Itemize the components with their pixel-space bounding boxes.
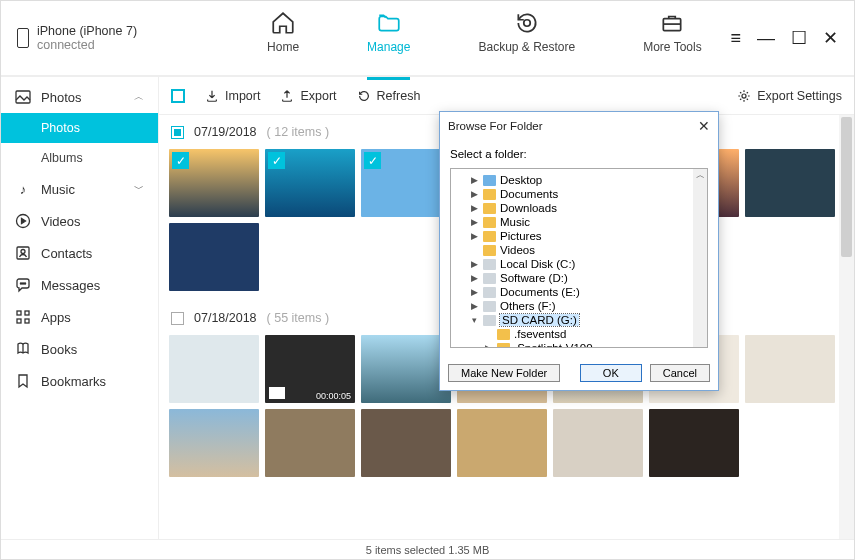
sidebar-item-videos[interactable]: Videos: [1, 205, 158, 237]
photo-thumbnail[interactable]: [169, 223, 259, 291]
svg-rect-12: [25, 319, 29, 323]
group-date: 07/18/2018: [194, 311, 257, 325]
tree-item[interactable]: ▶Software (D:): [455, 271, 703, 285]
sidebar-sub-photos[interactable]: Photos: [1, 113, 158, 143]
nav-backup-label: Backup & Restore: [478, 40, 575, 54]
group-checkbox[interactable]: [171, 126, 184, 139]
tree-scrollbar[interactable]: ︿: [693, 169, 707, 347]
tree-twisty-icon[interactable]: ▶: [469, 231, 479, 241]
make-new-folder-button[interactable]: Make New Folder: [448, 364, 560, 382]
refresh-button[interactable]: Refresh: [357, 89, 421, 103]
maximize-button[interactable]: ☐: [791, 27, 807, 49]
photo-thumbnail[interactable]: [265, 409, 355, 477]
nav-manage[interactable]: Manage: [367, 10, 410, 80]
photo-thumbnail[interactable]: [169, 335, 259, 403]
sidebar: Photos ︿ Photos Albums ♪ Music ﹀ Videos …: [1, 77, 159, 539]
svg-point-5: [21, 250, 25, 254]
chevron-down-icon: ﹀: [134, 182, 144, 196]
tree-item[interactable]: ▶Pictures: [455, 229, 703, 243]
tree-item-label: Local Disk (C:): [500, 258, 575, 270]
tree-item[interactable]: ▶Local Disk (C:): [455, 257, 703, 271]
videos-icon: [15, 213, 31, 229]
tree-item-label: Documents (E:): [500, 286, 580, 298]
tree-item[interactable]: ▶.Spotlight-V100: [455, 341, 703, 348]
refresh-label: Refresh: [377, 89, 421, 103]
browse-folder-dialog: Browse For Folder ✕ Select a folder: ︿ ▶…: [439, 111, 719, 391]
folder-tree[interactable]: ︿ ▶Desktop▶Documents▶Downloads▶Music▶Pic…: [450, 168, 708, 348]
tree-twisty-icon[interactable]: ▶: [469, 287, 479, 297]
tree-twisty-icon[interactable]: ▶: [469, 301, 479, 311]
tree-item[interactable]: ▾SD CARD (G:): [455, 313, 703, 327]
select-all-checkbox[interactable]: [171, 89, 185, 103]
photo-thumbnail[interactable]: [649, 409, 739, 477]
tree-item[interactable]: .fseventsd: [455, 327, 703, 341]
export-settings-label: Export Settings: [757, 89, 842, 103]
window-controls: ≡ — ☐ ✕: [730, 27, 838, 49]
tree-item[interactable]: ▶Music: [455, 215, 703, 229]
tree-twisty-icon[interactable]: ▶: [469, 189, 479, 199]
tree-twisty-icon[interactable]: ▶: [469, 273, 479, 283]
photo-thumbnail[interactable]: [361, 409, 451, 477]
sidebar-books-label: Books: [41, 342, 77, 357]
home-icon: [270, 10, 296, 36]
dialog-label: Select a folder:: [450, 148, 708, 160]
tree-twisty-icon[interactable]: ▶: [483, 343, 493, 348]
sidebar-item-messages[interactable]: Messages: [1, 269, 158, 301]
messages-icon: [15, 277, 31, 293]
tree-item[interactable]: ▶Documents: [455, 187, 703, 201]
photo-thumbnail[interactable]: [169, 409, 259, 477]
nav-tools[interactable]: More Tools: [643, 10, 701, 66]
sidebar-item-music[interactable]: ♪ Music ﹀: [1, 173, 158, 205]
check-icon: [172, 152, 189, 169]
tree-item[interactable]: ▶Others (F:): [455, 299, 703, 313]
video-thumbnail[interactable]: 00:00:05: [265, 335, 355, 403]
ok-button[interactable]: OK: [580, 364, 642, 382]
export-settings-button[interactable]: Export Settings: [737, 89, 842, 103]
sidebar-item-books[interactable]: Books: [1, 333, 158, 365]
minimize-button[interactable]: —: [757, 28, 775, 49]
dialog-close-button[interactable]: ✕: [698, 118, 710, 134]
photo-thumbnail[interactable]: [745, 149, 835, 217]
nav-home[interactable]: Home: [267, 10, 299, 66]
sidebar-item-bookmarks[interactable]: Bookmarks: [1, 365, 158, 397]
tree-twisty-icon[interactable]: ▾: [469, 315, 479, 325]
tree-item[interactable]: ▶Downloads: [455, 201, 703, 215]
photo-thumbnail[interactable]: [169, 149, 259, 217]
photo-thumbnail[interactable]: [553, 409, 643, 477]
nav-backup[interactable]: Backup & Restore: [478, 10, 575, 66]
tree-item-label: SD CARD (G:): [500, 314, 579, 326]
close-button[interactable]: ✕: [823, 27, 838, 49]
tree-item[interactable]: ▶Desktop: [455, 173, 703, 187]
device-status: connected: [37, 38, 137, 52]
sidebar-item-apps[interactable]: Apps: [1, 301, 158, 333]
refresh-icon: [357, 89, 371, 103]
photo-thumbnail[interactable]: [361, 149, 451, 217]
tree-item-label: Software (D:): [500, 272, 568, 284]
tree-item-label: Others (F:): [500, 300, 556, 312]
group-checkbox[interactable]: [171, 312, 184, 325]
photo-thumbnail[interactable]: [361, 335, 451, 403]
tree-twisty-icon[interactable]: ▶: [469, 217, 479, 227]
sidebar-photos-label: Photos: [41, 90, 81, 105]
import-button[interactable]: Import: [205, 89, 260, 103]
status-bar: 5 items selected 1.35 MB: [1, 539, 854, 559]
photo-thumbnail[interactable]: [745, 335, 835, 403]
tree-twisty-icon[interactable]: ▶: [469, 175, 479, 185]
cancel-button[interactable]: Cancel: [650, 364, 710, 382]
sidebar-item-photos[interactable]: Photos ︿: [1, 81, 158, 113]
tree-item[interactable]: ▶Documents (E:): [455, 285, 703, 299]
photo-thumbnail[interactable]: [457, 409, 547, 477]
check-icon: [364, 152, 381, 169]
tree-twisty-icon[interactable]: ▶: [469, 203, 479, 213]
sidebar-item-contacts[interactable]: Contacts: [1, 237, 158, 269]
tree-twisty-icon[interactable]: ▶: [469, 259, 479, 269]
drive-icon: [483, 287, 496, 298]
sidebar-sub-albums[interactable]: Albums: [1, 143, 158, 173]
gear-icon: [737, 89, 751, 103]
scrollbar-vertical[interactable]: [839, 115, 854, 539]
export-button[interactable]: Export: [280, 89, 336, 103]
tree-item[interactable]: Videos: [455, 243, 703, 257]
photo-thumbnail[interactable]: [265, 149, 355, 217]
svg-point-0: [524, 20, 531, 27]
menu-icon[interactable]: ≡: [730, 28, 741, 49]
